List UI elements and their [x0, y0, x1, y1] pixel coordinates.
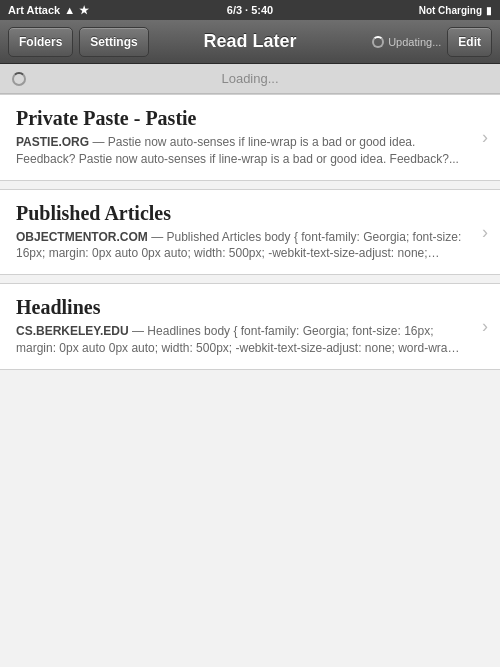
status-right: Not Charging ▮: [419, 5, 492, 16]
item-title-2: Headlines: [16, 296, 464, 319]
list-item[interactable]: Private Paste - Pastie PASTIE.ORG — Past…: [0, 94, 500, 181]
loading-bar: Loading...: [0, 64, 500, 94]
folders-button[interactable]: Folders: [8, 27, 73, 57]
list-item-wrapper-1: Published Articles OBJECTMENTOR.COM — Pu…: [0, 189, 500, 276]
nav-right: Updating... Edit: [372, 27, 492, 57]
item-description-1: OBJECTMENTOR.COM — Published Articles bo…: [16, 229, 464, 263]
item-source-1: OBJECTMENTOR.COM: [16, 230, 148, 244]
item-source-2: CS.BERKELEY.EDU: [16, 324, 129, 338]
item-title-0: Private Paste - Pastie: [16, 107, 464, 130]
settings-button[interactable]: Settings: [79, 27, 148, 57]
list-item[interactable]: Published Articles OBJECTMENTOR.COM — Pu…: [0, 189, 500, 276]
item-description-0: PASTIE.ORG — Pastie now auto-senses if l…: [16, 134, 464, 168]
list-item-wrapper-2: Headlines CS.BERKELEY.EDU — Headlines bo…: [0, 283, 500, 370]
bluetooth-icon: ★: [79, 4, 89, 17]
battery-icon: ▮: [486, 5, 492, 16]
charging-status: Not Charging: [419, 5, 482, 16]
list-item[interactable]: Headlines CS.BERKELEY.EDU — Headlines bo…: [0, 283, 500, 370]
nav-left-buttons: Folders Settings: [8, 27, 149, 57]
content-area: Private Paste - Pastie PASTIE.ORG — Past…: [0, 94, 500, 667]
loading-spinner-icon: [12, 72, 26, 86]
item-description-2: CS.BERKELEY.EDU — Headlines body { font-…: [16, 323, 464, 357]
nav-bar: Folders Settings Read Later Updating... …: [0, 20, 500, 64]
loading-text: Loading...: [221, 71, 278, 86]
updating-status: Updating...: [372, 36, 441, 48]
status-time: 6/3 · 5:40: [227, 4, 273, 16]
chevron-icon-0: ›: [482, 127, 488, 148]
status-bar: Art Attack ▲ ★ 6/3 · 5:40 Not Charging ▮: [0, 0, 500, 20]
chevron-icon-2: ›: [482, 316, 488, 337]
status-left: Art Attack ▲ ★: [8, 4, 89, 17]
chevron-icon-1: ›: [482, 221, 488, 242]
app-name: Art Attack: [8, 4, 60, 16]
edit-button[interactable]: Edit: [447, 27, 492, 57]
list-item-wrapper-0: Private Paste - Pastie PASTIE.ORG — Past…: [0, 94, 500, 181]
updating-spinner-icon: [372, 36, 384, 48]
item-title-1: Published Articles: [16, 202, 464, 225]
item-source-0: PASTIE.ORG: [16, 135, 89, 149]
wifi-icon: ▲: [64, 4, 75, 16]
nav-title: Read Later: [203, 31, 296, 52]
